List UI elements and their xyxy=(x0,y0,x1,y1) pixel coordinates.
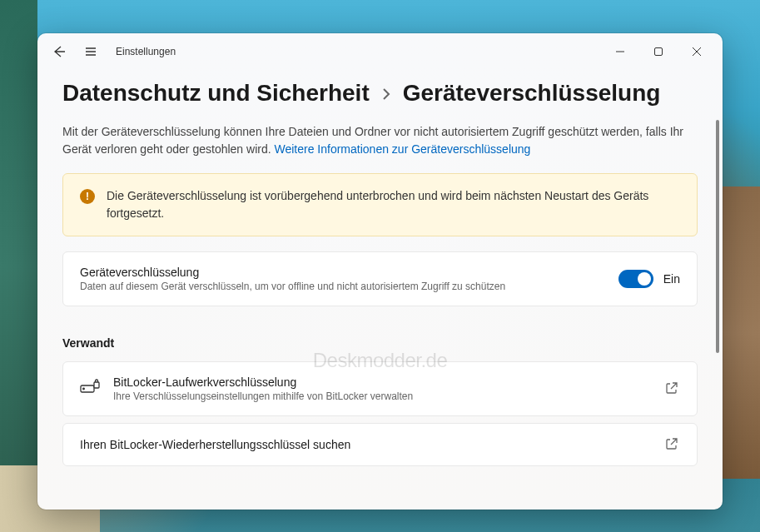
external-link-icon xyxy=(665,437,680,452)
external-link-icon xyxy=(665,381,680,396)
minimize-button[interactable] xyxy=(601,38,639,65)
svg-rect-3 xyxy=(94,382,99,388)
titlebar: Einstellungen xyxy=(37,33,723,70)
related-header: Verwandt xyxy=(62,336,698,350)
page-description: Mit der Geräteverschlüsselung können Ihr… xyxy=(62,123,698,158)
encryption-toggle[interactable] xyxy=(618,270,653,288)
recovery-key-title: Ihren BitLocker-Wiederherstellungsschlüs… xyxy=(80,438,652,451)
encryption-title: Geräteverschlüsselung xyxy=(80,266,605,279)
maximize-button[interactable] xyxy=(639,38,678,65)
settings-window: Einstellungen Datenschutz und Sicherheit… xyxy=(37,33,723,510)
more-info-link[interactable]: Weitere Informationen zur Geräteverschlü… xyxy=(274,142,530,156)
scrollbar-thumb[interactable] xyxy=(716,120,719,353)
content-area: Datenschutz und Sicherheit Geräteverschl… xyxy=(37,70,723,510)
toggle-state-label: Ein xyxy=(663,272,680,286)
scrollbar[interactable] xyxy=(716,120,719,436)
menu-button[interactable] xyxy=(82,43,99,60)
warning-icon: ! xyxy=(80,189,95,204)
breadcrumb-current: Geräteverschlüsselung xyxy=(403,80,661,107)
bitlocker-title: BitLocker-Laufwerkverschlüsselung xyxy=(113,375,652,389)
svg-rect-0 xyxy=(655,48,663,56)
recovery-key-card[interactable]: Ihren BitLocker-Wiederherstellungsschlüs… xyxy=(62,423,698,466)
encryption-subtitle: Daten auf diesem Gerät verschlüsseln, um… xyxy=(80,281,605,292)
svg-point-2 xyxy=(83,388,85,390)
warning-alert: ! Die Geräteverschlüsselung ist vorüberg… xyxy=(62,173,698,236)
breadcrumb-parent[interactable]: Datenschutz und Sicherheit xyxy=(62,80,370,107)
back-button[interactable] xyxy=(51,43,67,60)
bitlocker-subtitle: Ihre Verschlüsselungseinstellungen mithi… xyxy=(113,390,652,402)
drive-lock-icon xyxy=(80,379,100,399)
alert-text: Die Geräteverschlüsselung ist vorübergeh… xyxy=(107,187,680,222)
app-title: Einstellungen xyxy=(116,46,176,57)
bitlocker-card[interactable]: BitLocker-Laufwerkverschlüsselung Ihre V… xyxy=(62,361,698,416)
breadcrumb: Datenschutz und Sicherheit Geräteverschl… xyxy=(62,80,698,107)
close-button[interactable] xyxy=(678,38,716,65)
encryption-toggle-card: Geräteverschlüsselung Daten auf diesem G… xyxy=(62,251,698,306)
chevron-right-icon xyxy=(380,87,393,104)
